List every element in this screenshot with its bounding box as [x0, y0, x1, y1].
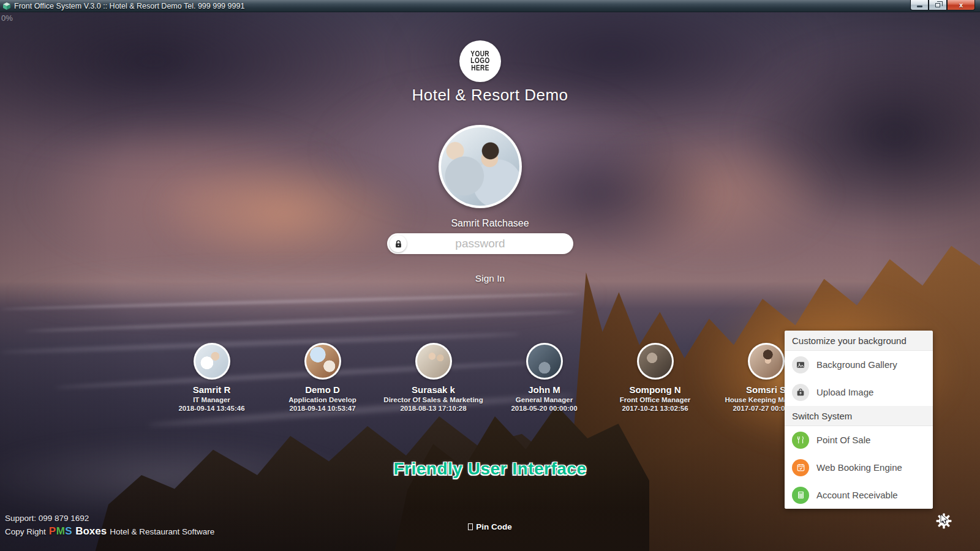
user-role: General Manager	[489, 396, 600, 403]
user-photo	[195, 345, 228, 378]
user-last-login: 2018-08-13 17:10:28	[378, 405, 489, 412]
logo-line: HERE	[471, 64, 489, 72]
user-card[interactable]: John M General Manager 2018-05-20 00:00:…	[489, 343, 600, 412]
pin-code-button[interactable]: Pin Code	[468, 522, 512, 531]
user-avatar	[748, 343, 785, 380]
upload-icon	[792, 384, 809, 401]
calendar-icon	[792, 459, 809, 476]
minimize-button[interactable]	[910, 0, 929, 10]
user-role: Application Develop	[267, 396, 378, 403]
user-last-login: 2017-10-21 13:02:56	[600, 405, 710, 412]
lock-icon	[390, 235, 407, 252]
user-avatar	[526, 343, 563, 380]
user-name: Sompong N	[600, 384, 710, 395]
menu-item-label: Web Booking Engine	[816, 462, 902, 473]
user-card[interactable]: Demo D Application Develop 2018-09-14 10…	[267, 343, 378, 412]
user-card[interactable]: Surasak k Director Of Sales & Marketing …	[378, 343, 489, 412]
page-title: Hotel & Resort Demo	[0, 86, 980, 105]
password-input[interactable]	[387, 233, 573, 254]
selected-user-avatar	[439, 125, 522, 208]
settings-gear-button[interactable]	[935, 512, 959, 536]
user-role: Front Office Manager	[600, 396, 710, 403]
selected-user-name: Samrit Ratchasee	[0, 218, 980, 229]
user-avatar	[304, 343, 341, 380]
user-avatar	[415, 343, 452, 380]
menu-item-web-booking-engine[interactable]: Web Booking Engine	[785, 454, 933, 481]
user-photo	[306, 345, 339, 378]
user-name: John M	[489, 384, 600, 395]
user-photo	[639, 345, 672, 378]
user-role: Director Of Sales & Marketing	[378, 396, 489, 403]
menu-item-label: Point Of Sale	[816, 435, 870, 445]
sign-in-button[interactable]: Sign In	[475, 273, 505, 284]
menu-item-label: Account Receivable	[816, 490, 898, 500]
selected-user-photo	[441, 127, 519, 206]
user-name: Surasak k	[378, 384, 489, 395]
user-role: IT Manager	[156, 396, 267, 403]
user-avatar	[637, 343, 674, 380]
menu-item-label: Background Gallery	[816, 359, 897, 370]
minimize-icon	[917, 6, 922, 7]
mouse-cursor	[940, 514, 950, 525]
user-avatar	[194, 343, 230, 380]
restaurant-icon	[792, 432, 809, 449]
password-field-wrap	[387, 233, 573, 254]
user-name: Samrit R	[156, 384, 267, 395]
close-icon: x	[959, 2, 963, 9]
user-photo	[528, 345, 561, 378]
app-cube-icon	[2, 2, 11, 10]
user-card[interactable]: Samrit R IT Manager 2018-09-14 13:45:46	[156, 343, 267, 412]
section-header-switch-system: Switch System	[785, 406, 933, 426]
restore-icon	[935, 3, 940, 7]
calculator-icon	[792, 487, 809, 504]
menu-item-point-of-sale[interactable]: Point Of Sale	[785, 426, 933, 454]
options-panel: Customize your background Background Gal…	[785, 331, 933, 509]
close-button[interactable]: x	[947, 0, 975, 10]
user-list: Samrit R IT Manager 2018-09-14 13:45:46 …	[156, 343, 824, 412]
keypad-icon	[468, 523, 473, 530]
restore-button[interactable]	[929, 0, 947, 10]
window-titlebar: Front Office System V.3.0 :: Hotel & Res…	[0, 0, 980, 12]
user-last-login: 2018-05-20 00:00:00	[489, 405, 600, 412]
loading-progress: 0%	[1, 13, 13, 23]
user-card[interactable]: Sompong N Front Office Manager 2017-10-2…	[600, 343, 710, 412]
gallery-icon	[792, 356, 809, 373]
section-header-customize-background: Customize your background	[785, 331, 933, 351]
user-name: Demo D	[267, 384, 378, 395]
menu-item-label: Upload Image	[816, 387, 873, 397]
user-photo	[417, 345, 450, 378]
window-title: Front Office System V.3.0 :: Hotel & Res…	[14, 2, 244, 10]
user-last-login: 2018-09-14 13:45:46	[156, 405, 267, 412]
pin-code-label: Pin Code	[476, 522, 512, 531]
menu-item-upload-image[interactable]: Upload Image	[785, 378, 933, 406]
user-photo	[750, 345, 783, 378]
user-last-login: 2018-09-14 10:53:47	[267, 405, 378, 412]
logo-badge: YOUR LOGO HERE	[459, 40, 501, 82]
menu-item-background-gallery[interactable]: Background Gallery	[785, 351, 933, 378]
menu-item-account-receivable[interactable]: Account Receivable	[785, 481, 933, 509]
